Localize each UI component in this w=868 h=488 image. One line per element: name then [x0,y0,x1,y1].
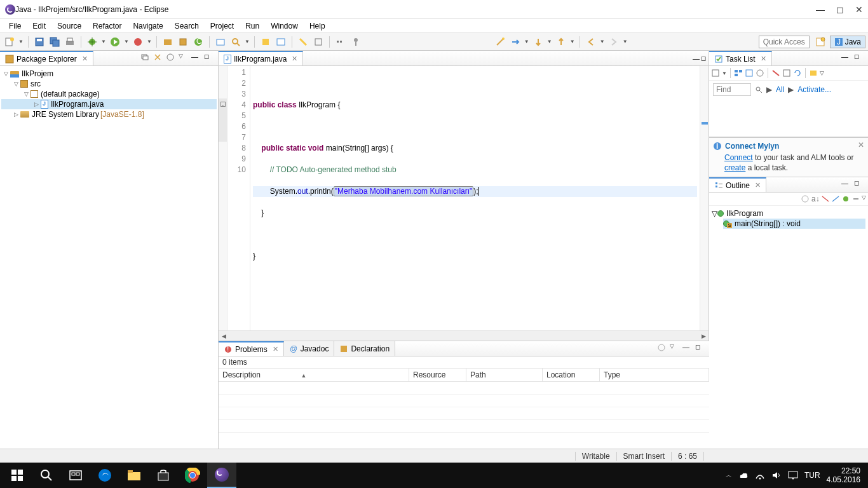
declaration-tab[interactable]: Declaration [334,341,395,356]
menu-file[interactable]: File [4,20,26,32]
minimize-view-button[interactable]: — [841,53,853,64]
file-explorer-app[interactable] [119,463,149,488]
code-editor[interactable]: - 1 2 3 4 5 6 7 8 9 10 public [219,66,709,330]
package-node[interactable]: ▽ (default package) [1,89,217,99]
outline-tab[interactable]: Outline ✕ [709,177,766,192]
column-path[interactable]: Path [466,369,543,381]
menu-window[interactable]: Window [266,20,303,32]
new-package-button[interactable] [176,35,190,49]
java-perspective-button[interactable]: J Java [830,36,865,48]
toggle-mark-button[interactable] [296,35,310,49]
expand-all-icon[interactable]: ▶ [766,85,772,94]
problems-tab[interactable]: ! Problems ✕ [219,341,284,356]
editor-tab[interactable]: IlkProgram.java ✕ [219,51,303,65]
open-type-button[interactable] [214,35,227,49]
hide-complete-button[interactable] [771,69,780,78]
focus-button[interactable] [756,69,764,78]
src-node[interactable]: ▽ src [1,79,217,89]
expand-icon[interactable]: ▽ [22,91,31,97]
maximize-view-button[interactable]: ◻ [204,53,215,64]
volume-icon[interactable] [771,470,782,480]
nav-wand-button[interactable] [493,35,507,49]
search-button[interactable] [229,35,243,49]
back-button[interactable] [584,35,598,49]
code-content[interactable]: public class IlkProgram { public static … [250,66,700,330]
collapse-button[interactable] [782,69,791,78]
menu-run[interactable]: Run [240,20,264,32]
new-task-button[interactable] [711,69,720,78]
expand-icon[interactable]: ▽ [712,209,717,218]
outline-method-node[interactable]: S main(String[]) : void [723,219,865,229]
filter-button[interactable] [657,343,668,355]
debug-button[interactable] [85,35,99,49]
search-icon[interactable] [755,86,763,93]
save-all-button[interactable] [48,35,62,49]
close-view-icon[interactable]: ✕ [82,55,88,63]
hide-static-button[interactable] [831,194,840,203]
action-center-icon[interactable] [788,471,798,480]
categorize-button[interactable] [734,69,743,78]
new-java-project-button[interactable] [161,35,175,49]
nav-next-button[interactable] [508,35,522,49]
network-icon[interactable] [755,470,765,480]
close-view-icon[interactable]: ✕ [761,55,766,63]
chrome-app[interactable] [178,463,207,488]
create-link[interactable]: create [724,163,745,172]
package-explorer-tab[interactable]: Package Explorer ✕ [0,51,93,65]
maximize-view-button[interactable]: ◻ [695,343,707,355]
task-view-button[interactable] [61,463,90,488]
task-button[interactable] [274,35,288,49]
column-description[interactable]: Description ▲ [219,369,409,381]
maximize-view-button[interactable]: ◻ [854,179,865,191]
menu-help[interactable]: Help [304,20,330,32]
connect-link[interactable]: Connect [724,153,753,162]
run-button[interactable] [108,35,122,49]
collapse-all-button[interactable] [140,53,152,64]
synchronize-button[interactable] [793,69,802,78]
nav-prev-annotation-button[interactable] [531,35,545,49]
search-dropdown[interactable]: ▼ [244,35,250,49]
forward-dropdown[interactable]: ▼ [622,35,628,49]
column-location[interactable]: Location [543,369,600,381]
view-menu-button[interactable]: ▽ [820,70,824,76]
forward-button[interactable] [607,35,621,49]
menu-refactor[interactable]: Refactor [88,20,126,32]
minimize-editor-button[interactable]: — [693,55,700,62]
expand-icon[interactable]: ▽ [1,71,10,77]
view-menu-button[interactable]: ▽ [862,194,866,203]
nav-dropdown-1[interactable]: ▼ [524,35,530,49]
maximize-view-button[interactable]: ◻ [854,53,865,64]
menu-edit[interactable]: Edit [27,20,51,32]
menu-navigate[interactable]: Navigate [128,20,168,32]
expand-icon[interactable]: ▷ [32,101,41,107]
print-button[interactable] [63,35,77,49]
quick-access-input[interactable] [759,36,810,48]
view-menu-button[interactable]: ▽ [670,343,681,355]
hide-fields-button[interactable] [821,194,830,203]
scheduled-button[interactable] [745,69,754,78]
open-perspective-button[interactable] [813,35,827,49]
language-indicator[interactable]: TUR [804,471,820,480]
close-tab-icon[interactable]: ✕ [292,55,297,63]
coverage-dropdown[interactable]: ▼ [146,35,153,49]
menu-source[interactable]: Source [52,20,86,32]
pin-button[interactable] [349,35,363,49]
overview-ruler[interactable] [700,66,709,330]
onedrive-icon[interactable] [738,470,749,480]
view-menu-button[interactable]: ▽ [179,53,190,64]
nav-next-annotation-button[interactable] [554,35,568,49]
start-button[interactable] [3,463,32,488]
eclipse-app[interactable] [207,463,236,488]
search-button[interactable] [32,463,61,488]
toggle-block-button[interactable] [311,35,325,49]
new-button[interactable] [3,35,17,49]
run-dropdown[interactable]: ▼ [123,35,130,49]
activate-arrow-icon[interactable]: ▶ [788,85,794,94]
hide-nonpublic-button[interactable] [841,194,850,203]
column-type[interactable]: Type [600,369,709,381]
menu-project[interactable]: Project [205,20,239,32]
maximize-button[interactable]: ◻ [836,4,844,15]
nav-dropdown-2[interactable]: ▼ [546,35,553,49]
edge-app[interactable] [90,463,119,488]
all-link[interactable]: All [776,85,784,94]
